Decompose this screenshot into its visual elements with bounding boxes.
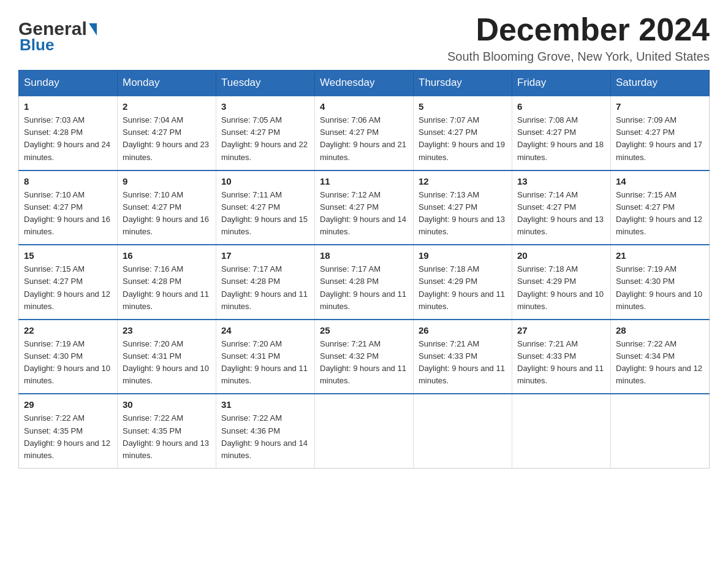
day-number: 31 (221, 399, 309, 410)
day-number: 2 (123, 101, 211, 112)
day-number: 12 (419, 176, 507, 186)
day-number: 16 (123, 250, 211, 261)
calendar-cell (414, 394, 512, 468)
day-number: 26 (419, 325, 507, 335)
day-number: 25 (320, 325, 408, 335)
calendar-table: Sunday Monday Tuesday Wednesday Thursday… (18, 70, 710, 469)
day-info: Sunrise: 7:14 AM Sunset: 4:27 PM Dayligh… (517, 189, 605, 239)
day-info: Sunrise: 7:05 AM Sunset: 4:27 PM Dayligh… (221, 114, 309, 164)
day-number: 10 (221, 176, 309, 186)
weekday-header-row: Sunday Monday Tuesday Wednesday Thursday… (19, 71, 710, 96)
location-subtitle: South Blooming Grove, New York, United S… (447, 50, 710, 64)
week-row-5: 29 Sunrise: 7:22 AM Sunset: 4:35 PM Dayl… (19, 394, 710, 468)
day-number: 24 (221, 325, 309, 335)
day-number: 28 (616, 325, 704, 335)
day-info: Sunrise: 7:08 AM Sunset: 4:27 PM Dayligh… (517, 114, 605, 164)
logo-triangle-icon (89, 23, 97, 36)
day-info: Sunrise: 7:17 AM Sunset: 4:28 PM Dayligh… (221, 263, 309, 313)
day-info: Sunrise: 7:10 AM Sunset: 4:27 PM Dayligh… (123, 189, 211, 239)
day-number: 23 (123, 325, 211, 335)
calendar-cell: 2 Sunrise: 7:04 AM Sunset: 4:27 PM Dayli… (118, 96, 216, 170)
calendar-cell: 28 Sunrise: 7:22 AM Sunset: 4:34 PM Dayl… (611, 320, 710, 394)
calendar-cell: 1 Sunrise: 7:03 AM Sunset: 4:28 PM Dayli… (19, 96, 118, 170)
day-info: Sunrise: 7:20 AM Sunset: 4:31 PM Dayligh… (123, 338, 211, 388)
day-info: Sunrise: 7:19 AM Sunset: 4:30 PM Dayligh… (616, 263, 704, 313)
calendar-cell (512, 394, 611, 468)
day-info: Sunrise: 7:12 AM Sunset: 4:27 PM Dayligh… (320, 189, 408, 239)
header-wednesday: Wednesday (315, 71, 414, 96)
calendar-cell: 29 Sunrise: 7:22 AM Sunset: 4:35 PM Dayl… (19, 394, 118, 468)
day-number: 19 (419, 250, 507, 261)
day-number: 13 (517, 176, 605, 186)
logo: General Blue (18, 18, 97, 55)
week-row-3: 15 Sunrise: 7:15 AM Sunset: 4:27 PM Dayl… (19, 245, 710, 320)
day-info: Sunrise: 7:13 AM Sunset: 4:27 PM Dayligh… (419, 189, 507, 239)
day-info: Sunrise: 7:15 AM Sunset: 4:27 PM Dayligh… (616, 189, 704, 239)
calendar-cell: 11 Sunrise: 7:12 AM Sunset: 4:27 PM Dayl… (315, 170, 414, 245)
header-saturday: Saturday (611, 71, 710, 96)
day-info: Sunrise: 7:07 AM Sunset: 4:27 PM Dayligh… (419, 114, 507, 164)
calendar-cell: 26 Sunrise: 7:21 AM Sunset: 4:33 PM Dayl… (414, 320, 512, 394)
calendar-cell: 8 Sunrise: 7:10 AM Sunset: 4:27 PM Dayli… (19, 170, 118, 245)
day-number: 8 (24, 176, 112, 186)
day-info: Sunrise: 7:18 AM Sunset: 4:29 PM Dayligh… (419, 263, 507, 313)
title-area: December 2024 South Blooming Grove, New … (447, 12, 710, 64)
calendar-cell: 21 Sunrise: 7:19 AM Sunset: 4:30 PM Dayl… (611, 245, 710, 320)
day-info: Sunrise: 7:09 AM Sunset: 4:27 PM Dayligh… (616, 114, 704, 164)
calendar-cell: 17 Sunrise: 7:17 AM Sunset: 4:28 PM Dayl… (216, 245, 315, 320)
calendar-cell: 4 Sunrise: 7:06 AM Sunset: 4:27 PM Dayli… (315, 96, 414, 170)
day-info: Sunrise: 7:15 AM Sunset: 4:27 PM Dayligh… (24, 263, 112, 313)
day-number: 20 (517, 250, 605, 261)
day-info: Sunrise: 7:21 AM Sunset: 4:33 PM Dayligh… (517, 338, 605, 388)
day-number: 15 (24, 250, 112, 261)
page-header: General Blue December 2024 South Bloomin… (18, 12, 710, 64)
day-number: 5 (419, 101, 507, 112)
day-number: 7 (616, 101, 704, 112)
calendar-cell: 16 Sunrise: 7:16 AM Sunset: 4:28 PM Dayl… (118, 245, 216, 320)
day-info: Sunrise: 7:22 AM Sunset: 4:35 PM Dayligh… (24, 412, 112, 462)
day-info: Sunrise: 7:18 AM Sunset: 4:29 PM Dayligh… (517, 263, 605, 313)
calendar-cell: 5 Sunrise: 7:07 AM Sunset: 4:27 PM Dayli… (414, 96, 512, 170)
calendar-cell: 20 Sunrise: 7:18 AM Sunset: 4:29 PM Dayl… (512, 245, 611, 320)
calendar-cell: 13 Sunrise: 7:14 AM Sunset: 4:27 PM Dayl… (512, 170, 611, 245)
day-info: Sunrise: 7:04 AM Sunset: 4:27 PM Dayligh… (123, 114, 211, 164)
calendar-cell: 7 Sunrise: 7:09 AM Sunset: 4:27 PM Dayli… (611, 96, 710, 170)
day-info: Sunrise: 7:03 AM Sunset: 4:28 PM Dayligh… (24, 114, 112, 164)
calendar-cell (611, 394, 710, 468)
day-info: Sunrise: 7:21 AM Sunset: 4:33 PM Dayligh… (419, 338, 507, 388)
calendar-cell: 12 Sunrise: 7:13 AM Sunset: 4:27 PM Dayl… (414, 170, 512, 245)
day-number: 22 (24, 325, 112, 335)
calendar-cell: 10 Sunrise: 7:11 AM Sunset: 4:27 PM Dayl… (216, 170, 315, 245)
day-number: 14 (616, 176, 704, 186)
day-number: 29 (24, 399, 112, 410)
day-info: Sunrise: 7:06 AM Sunset: 4:27 PM Dayligh… (320, 114, 408, 164)
day-info: Sunrise: 7:22 AM Sunset: 4:34 PM Dayligh… (616, 338, 704, 388)
calendar-cell: 6 Sunrise: 7:08 AM Sunset: 4:27 PM Dayli… (512, 96, 611, 170)
calendar-cell: 14 Sunrise: 7:15 AM Sunset: 4:27 PM Dayl… (611, 170, 710, 245)
day-number: 18 (320, 250, 408, 261)
calendar-cell: 15 Sunrise: 7:15 AM Sunset: 4:27 PM Dayl… (19, 245, 118, 320)
day-number: 11 (320, 176, 408, 186)
week-row-2: 8 Sunrise: 7:10 AM Sunset: 4:27 PM Dayli… (19, 170, 710, 245)
day-info: Sunrise: 7:21 AM Sunset: 4:32 PM Dayligh… (320, 338, 408, 388)
header-thursday: Thursday (414, 71, 512, 96)
month-title: December 2024 (447, 12, 710, 47)
day-number: 17 (221, 250, 309, 261)
header-tuesday: Tuesday (216, 71, 315, 96)
day-number: 21 (616, 250, 704, 261)
calendar-cell: 30 Sunrise: 7:22 AM Sunset: 4:35 PM Dayl… (118, 394, 216, 468)
day-info: Sunrise: 7:22 AM Sunset: 4:36 PM Dayligh… (221, 412, 309, 462)
day-number: 6 (517, 101, 605, 112)
logo-blue-text: Blue (20, 36, 54, 55)
calendar-cell: 25 Sunrise: 7:21 AM Sunset: 4:32 PM Dayl… (315, 320, 414, 394)
day-number: 27 (517, 325, 605, 335)
day-number: 30 (123, 399, 211, 410)
week-row-1: 1 Sunrise: 7:03 AM Sunset: 4:28 PM Dayli… (19, 96, 710, 170)
day-info: Sunrise: 7:10 AM Sunset: 4:27 PM Dayligh… (24, 189, 112, 239)
header-sunday: Sunday (19, 71, 118, 96)
day-info: Sunrise: 7:11 AM Sunset: 4:27 PM Dayligh… (221, 189, 309, 239)
calendar-cell: 22 Sunrise: 7:19 AM Sunset: 4:30 PM Dayl… (19, 320, 118, 394)
calendar-cell (315, 394, 414, 468)
day-info: Sunrise: 7:17 AM Sunset: 4:28 PM Dayligh… (320, 263, 408, 313)
calendar-cell: 24 Sunrise: 7:20 AM Sunset: 4:31 PM Dayl… (216, 320, 315, 394)
